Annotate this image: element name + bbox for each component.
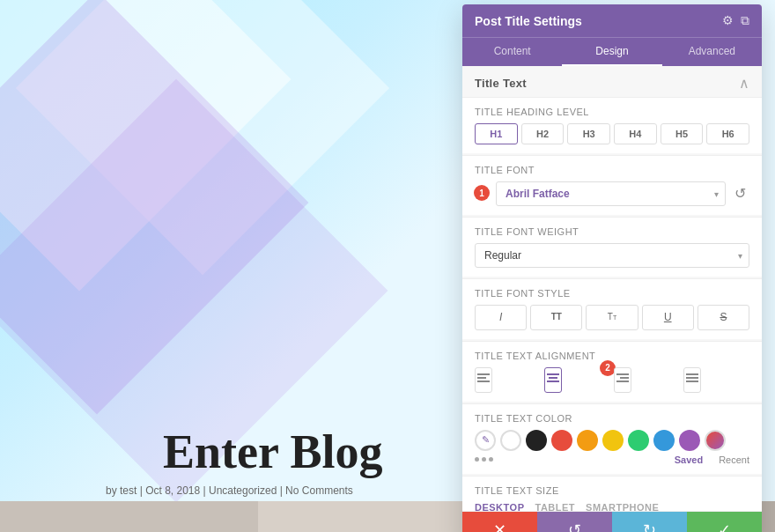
font-row: 1 Abril Fatface ▾ ↺ xyxy=(475,181,749,206)
size-tab-tablet[interactable]: TABLET xyxy=(535,502,575,511)
svg-rect-13 xyxy=(686,377,698,379)
heading-btn-h1[interactable]: H1 xyxy=(475,123,518,144)
align-justify-btn[interactable] xyxy=(683,367,701,393)
cancel-button[interactable]: ✕ xyxy=(462,512,537,532)
panel-body: Title Text ∧ Title Heading Level H1 H2 H… xyxy=(462,66,762,511)
heading-level-label: Title Heading Level xyxy=(475,107,749,117)
align-buttons: 2 xyxy=(475,367,749,393)
font-weight-label: Title Font Weight xyxy=(475,226,749,237)
title-text-alignment-group: Title Text Alignment 2 xyxy=(462,341,762,402)
color-swatch-green[interactable] xyxy=(628,430,649,451)
panel-header: Post Title Settings ⚙ ⧉ xyxy=(462,4,762,37)
color-swatches-row: ✎ xyxy=(475,430,749,451)
settings-panel: Post Title Settings ⚙ ⧉ Content Design A… xyxy=(462,4,762,532)
settings-icon[interactable]: ⚙ xyxy=(722,13,734,28)
expand-icon[interactable]: ⧉ xyxy=(741,13,749,28)
title-text-size-group: Title Text Size DESKTOP TABLET SMARTPHON… xyxy=(462,476,762,511)
align-right-wrap xyxy=(614,367,680,393)
blog-meta: by test | Oct 8, 2018 | Uncategorized | … xyxy=(106,484,353,497)
color-swatch-orange[interactable] xyxy=(577,430,598,451)
svg-rect-4 xyxy=(547,373,559,375)
svg-rect-12 xyxy=(686,373,698,375)
title-text-color-group: Title Text Color ✎ Sav xyxy=(462,403,762,474)
svg-rect-5 xyxy=(549,377,557,379)
title-font-weight-group: Title Font Weight Regular Thin Light Med… xyxy=(462,217,762,277)
title-heading-level-group: Title Heading Level H1 H2 H3 H4 H5 H6 xyxy=(462,97,762,153)
tab-content[interactable]: Content xyxy=(462,38,562,66)
color-swatch-blue[interactable] xyxy=(653,430,675,451)
title-font-label: Title Font xyxy=(475,165,749,175)
blog-title: Enter Blog xyxy=(163,425,383,479)
color-swatch-white[interactable] xyxy=(500,430,521,451)
title-font-style-group: Title Font Style I TT Tt U S xyxy=(462,278,762,339)
size-tab-desktop[interactable]: DESKTOP xyxy=(475,502,524,511)
font-style-label: Title Font Style xyxy=(475,288,749,299)
svg-rect-8 xyxy=(616,373,629,375)
panel-footer: ✕ ↺ ↻ ✓ xyxy=(462,511,762,532)
style-btn-uppercase[interactable]: TT xyxy=(530,305,582,330)
text-color-label: Title Text Color xyxy=(475,413,749,424)
color-dot-3 xyxy=(489,457,493,462)
weight-select-wrap: Regular Thin Light Medium Semi Bold Bold… xyxy=(475,243,749,268)
align-right-btn[interactable] xyxy=(614,367,631,393)
color-swatch-purple[interactable] xyxy=(679,430,700,451)
text-alignment-label: Title Text Alignment xyxy=(475,351,749,361)
color-saved-label[interactable]: Saved xyxy=(675,454,703,465)
font-reset-icon[interactable]: ↺ xyxy=(731,183,749,204)
title-font-group: Title Font 1 Abril Fatface ▾ ↺ xyxy=(462,155,762,215)
svg-rect-14 xyxy=(686,381,698,382)
align-left-wrap xyxy=(475,367,541,393)
color-dots xyxy=(475,457,493,462)
text-size-label: Title Text Size xyxy=(475,485,749,496)
color-dot-2 xyxy=(482,457,486,462)
align-center-wrap: 2 xyxy=(544,367,610,393)
color-picker-btn[interactable]: ✎ xyxy=(475,430,496,451)
style-buttons: I TT Tt U S xyxy=(475,305,749,330)
svg-rect-2 xyxy=(477,381,490,382)
svg-rect-1 xyxy=(477,377,486,379)
heading-btn-h6[interactable]: H6 xyxy=(706,123,749,144)
section-title-label: Title Text xyxy=(475,77,527,90)
align-justify-wrap xyxy=(683,367,749,393)
align-center-btn[interactable] xyxy=(544,367,562,393)
color-swatch-black[interactable] xyxy=(526,430,547,451)
tab-design[interactable]: Design xyxy=(562,38,661,66)
blog-img-1 xyxy=(0,501,258,532)
style-btn-strikethrough[interactable]: S xyxy=(698,305,749,330)
color-swatch-red[interactable] xyxy=(551,430,572,451)
color-swatch-gradient[interactable] xyxy=(705,430,726,451)
undo-button[interactable]: ↺ xyxy=(537,512,612,532)
color-recent-label[interactable]: Recent xyxy=(719,454,749,465)
tab-advanced[interactable]: Advanced xyxy=(662,38,762,66)
redo-button[interactable]: ↻ xyxy=(612,512,687,532)
panel-tabs: Content Design Advanced xyxy=(462,37,762,66)
svg-rect-10 xyxy=(616,381,629,382)
weight-select[interactable]: Regular Thin Light Medium Semi Bold Bold… xyxy=(475,243,749,268)
svg-rect-6 xyxy=(547,381,559,382)
font-badge-1: 1 xyxy=(474,185,490,201)
color-swatch-yellow[interactable] xyxy=(602,430,624,451)
font-select-wrap: Abril Fatface ▾ xyxy=(496,181,726,206)
color-saved-row: Saved Recent xyxy=(475,454,749,465)
color-dot-1 xyxy=(475,457,479,462)
heading-btn-h2[interactable]: H2 xyxy=(521,123,565,144)
style-btn-italic[interactable]: I xyxy=(475,305,527,330)
align-left-btn[interactable] xyxy=(475,367,492,393)
font-select[interactable]: Abril Fatface xyxy=(496,181,726,206)
style-btn-smallcaps[interactable]: Tt xyxy=(586,305,638,330)
size-tab-smartphone[interactable]: SMARTPHONE xyxy=(586,502,659,511)
size-tabs: DESKTOP TABLET SMARTPHONE xyxy=(475,502,749,511)
section-header-title-text: Title Text ∧ xyxy=(462,66,762,97)
panel-header-icons: ⚙ ⧉ xyxy=(722,13,749,28)
heading-btn-h4[interactable]: H4 xyxy=(614,123,657,144)
section-collapse-icon[interactable]: ∧ xyxy=(739,75,749,92)
save-button[interactable]: ✓ xyxy=(687,512,762,532)
heading-buttons: H1 H2 H3 H4 H5 H6 xyxy=(475,123,749,144)
heading-btn-h5[interactable]: H5 xyxy=(661,123,704,144)
svg-rect-0 xyxy=(477,373,490,375)
svg-rect-9 xyxy=(620,377,629,379)
panel-title: Post Title Settings xyxy=(475,14,582,28)
heading-btn-h3[interactable]: H3 xyxy=(567,123,610,144)
style-btn-underline[interactable]: U xyxy=(642,305,694,330)
